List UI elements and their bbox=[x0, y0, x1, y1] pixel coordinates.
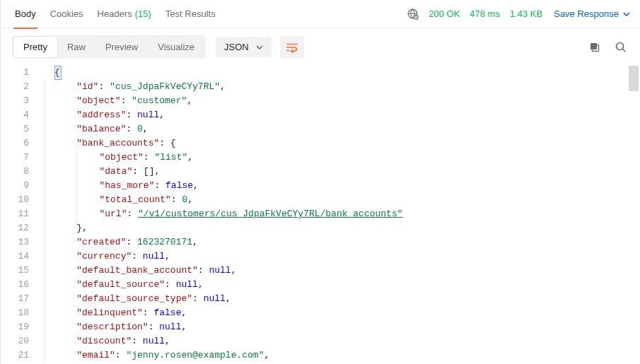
view-preview-label: Preview bbox=[105, 42, 138, 52]
view-mode-group: Pretty Raw Preview Visualize bbox=[12, 35, 206, 59]
json-value: "cus_JdpaFkVeCYy7RL" bbox=[110, 81, 220, 92]
json-value: null bbox=[209, 265, 231, 276]
json-key: "url" bbox=[99, 209, 127, 219]
json-key: "default_source" bbox=[76, 279, 165, 290]
code-line: 11 "url": "/v1/customers/cus_JdpaFkVeCYy… bbox=[1, 207, 640, 221]
response-body: 1 { 2 "id": "cus_JdpaFkVeCYy7RL", 3 "obj… bbox=[1, 66, 640, 364]
code-line: 19 "description": null, bbox=[1, 320, 640, 334]
line-number: 7 bbox=[1, 151, 39, 165]
view-pretty-label: Pretty bbox=[23, 42, 47, 52]
json-key: "email" bbox=[76, 350, 115, 360]
line-number: 16 bbox=[1, 278, 39, 292]
wrap-lines-button[interactable] bbox=[280, 36, 304, 59]
json-key: "object" bbox=[99, 152, 143, 163]
format-label: JSON bbox=[224, 42, 249, 52]
line-number: 18 bbox=[1, 306, 39, 320]
network-icon[interactable] bbox=[407, 8, 419, 20]
wrap-icon bbox=[286, 42, 298, 53]
json-key: "default_source_type" bbox=[76, 293, 192, 304]
response-meta: 200 OK 478 ms 1.43 KB bbox=[407, 8, 542, 20]
line-number: 12 bbox=[1, 221, 39, 235]
copy-icon bbox=[589, 42, 600, 53]
line-number: 19 bbox=[1, 320, 39, 334]
tab-cookies[interactable]: Cookies bbox=[43, 0, 91, 28]
search-button[interactable] bbox=[610, 37, 630, 57]
search-icon bbox=[615, 41, 627, 53]
code-line: 6 "bank_accounts": { bbox=[1, 136, 640, 151]
code-line: 15 "default_bank_account": null, bbox=[1, 264, 640, 278]
code-editor[interactable]: 1 { 2 "id": "cus_JdpaFkVeCYy7RL", 3 "obj… bbox=[1, 66, 640, 364]
tab-headers[interactable]: Headers (15) bbox=[91, 0, 158, 28]
code-line: 5 "balance": 0, bbox=[1, 122, 640, 136]
view-visualize-label: Visualize bbox=[158, 42, 194, 52]
code-line: 14 "currency": null, bbox=[1, 249, 640, 264]
tab-body[interactable]: Body bbox=[8, 0, 43, 28]
code-line: 10 "total_count": 0, bbox=[1, 193, 640, 207]
brace-open: { bbox=[54, 67, 60, 78]
json-key: "created" bbox=[76, 237, 126, 247]
status-code: 200 OK bbox=[429, 8, 460, 19]
code-line: 7 "object": "list", bbox=[1, 151, 640, 165]
code-line: 8 "data": [], bbox=[1, 165, 640, 179]
svg-rect-3 bbox=[590, 43, 597, 49]
json-value: false bbox=[153, 307, 181, 318]
line-number: 10 bbox=[1, 193, 39, 207]
code-line: 4 "address": null, bbox=[1, 108, 640, 122]
response-tabs: Body Cookies Headers (15) Test Results 2… bbox=[1, 0, 640, 28]
json-value: null bbox=[176, 279, 198, 290]
line-number: 11 bbox=[1, 207, 39, 221]
view-visualize-button[interactable]: Visualize bbox=[148, 37, 204, 57]
line-number: 4 bbox=[1, 108, 39, 122]
json-value: [] bbox=[144, 166, 155, 177]
code-line: 18 "delinquent": false, bbox=[1, 306, 640, 320]
json-value: null bbox=[159, 322, 181, 332]
code-line: 12 }, bbox=[1, 221, 640, 235]
line-number: 1 bbox=[1, 66, 39, 80]
view-pretty-button[interactable]: Pretty bbox=[13, 37, 57, 57]
code-line: 13 "created": 1623270171, bbox=[1, 235, 640, 249]
json-value: false bbox=[165, 180, 193, 191]
tab-test-results[interactable]: Test Results bbox=[158, 0, 223, 28]
line-number: 2 bbox=[1, 80, 39, 94]
tab-headers-label: Headers bbox=[98, 8, 132, 19]
tab-cookies-label: Cookies bbox=[50, 8, 83, 19]
format-select[interactable]: JSON bbox=[216, 37, 272, 57]
line-number: 17 bbox=[1, 292, 39, 306]
line-number: 13 bbox=[1, 235, 39, 249]
copy-button[interactable] bbox=[585, 37, 605, 57]
json-value: null bbox=[137, 110, 159, 120]
line-number: 14 bbox=[1, 249, 39, 264]
json-value: null bbox=[204, 293, 226, 304]
json-link-value[interactable]: "/v1/customers/cus_JdpaFkVeCYy7RL/bank_a… bbox=[138, 209, 402, 219]
tab-test-results-label: Test Results bbox=[165, 8, 216, 19]
line-number: 20 bbox=[1, 334, 39, 348]
code-line: 1 { bbox=[1, 66, 640, 80]
brace-open: { bbox=[170, 138, 176, 148]
chevron-down-icon bbox=[256, 44, 263, 51]
code-line: 17 "default_source_type": null, bbox=[1, 292, 640, 306]
save-response-button[interactable]: Save Response bbox=[554, 8, 630, 19]
brace-close: }, bbox=[76, 223, 88, 233]
view-preview-button[interactable]: Preview bbox=[95, 37, 148, 57]
chevron-down-icon bbox=[623, 11, 630, 18]
json-key: "has_more" bbox=[99, 180, 154, 191]
line-number: 3 bbox=[1, 94, 39, 108]
line-number: 6 bbox=[1, 136, 39, 151]
json-key: "description" bbox=[76, 322, 148, 332]
json-key: "total_count" bbox=[99, 194, 170, 205]
tab-body-label: Body bbox=[15, 8, 36, 19]
line-number: 9 bbox=[1, 179, 39, 193]
tab-headers-count: (15) bbox=[135, 8, 151, 19]
view-raw-button[interactable]: Raw bbox=[57, 37, 95, 57]
json-key: "object" bbox=[76, 95, 120, 106]
json-value: 1623270171 bbox=[137, 237, 192, 247]
status-time: 478 ms bbox=[470, 8, 500, 19]
code-line: 20 "discount": null, bbox=[1, 334, 640, 348]
code-line: 21 "email": "jenny.rosen@example.com", bbox=[1, 348, 640, 363]
json-value: null bbox=[143, 336, 165, 346]
line-number: 15 bbox=[1, 264, 39, 278]
code-line: 2 "id": "cus_JdpaFkVeCYy7RL", bbox=[1, 80, 640, 94]
json-value: null bbox=[143, 251, 165, 262]
json-key: "balance" bbox=[76, 124, 126, 134]
json-value: "list" bbox=[154, 152, 187, 163]
